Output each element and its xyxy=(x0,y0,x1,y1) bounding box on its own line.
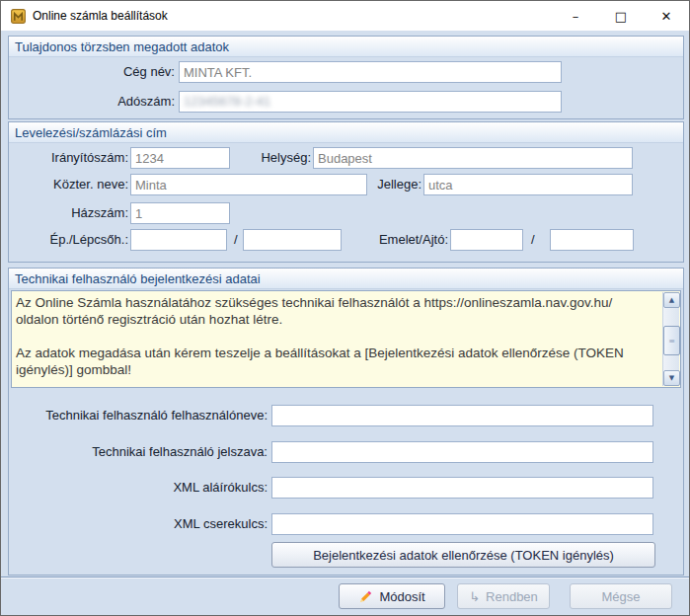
tax-number-input[interactable]: 12345678-2-41 xyxy=(179,91,562,113)
address-group: Levelezési/számlázási cím Irányítószám: … xyxy=(8,121,684,263)
city-input[interactable] xyxy=(313,147,633,169)
minimize-button[interactable]: – xyxy=(553,1,598,31)
tech-username-label: Technikai felhasználó felhasználóneve: xyxy=(19,405,268,426)
house-number-input[interactable] xyxy=(130,202,230,224)
floor-door-input-1[interactable] xyxy=(450,229,523,251)
street-type-label: Jellege: xyxy=(345,174,422,195)
building-input-1[interactable] xyxy=(130,229,227,251)
info-scrollbar[interactable]: ▲ ≡ ▼ xyxy=(662,292,679,386)
info-paragraph-1: Az Online Számla használatához szükséges… xyxy=(16,294,656,328)
ok-button-label: Rendben xyxy=(486,589,538,604)
token-check-button-label: Bejelentkezési adatok ellenőrzése (TOKEN… xyxy=(313,548,614,563)
info-text: Az Online Számla használatához szükséges… xyxy=(12,293,660,385)
tax-number-label: Adószám: xyxy=(9,91,175,113)
token-check-button[interactable]: Bejelentkezési adatok ellenőrzése (TOKEN… xyxy=(271,542,655,568)
tech-password-label: Technikai felhasználó jelszava: xyxy=(19,441,268,463)
city-label: Helység: xyxy=(236,147,311,169)
street-name-label: Közter. neve: xyxy=(9,174,128,195)
info-paragraph-2: Az adatok megadása után kérem teszelje a… xyxy=(16,345,656,378)
cancel-button[interactable]: Mégse xyxy=(570,583,672,609)
modify-button[interactable]: Módosít xyxy=(339,583,445,609)
building-slash: / xyxy=(234,229,238,251)
house-number-label: Házszám: xyxy=(9,202,128,224)
window-title: Online számla beállítások xyxy=(33,9,168,23)
return-arrow-icon: ↳ xyxy=(469,589,480,604)
building-input-2[interactable] xyxy=(243,229,342,251)
zip-label: Irányítószám: xyxy=(9,147,128,169)
maximize-button[interactable]: □ xyxy=(598,1,644,31)
company-name-label: Cég név: xyxy=(9,61,175,83)
scroll-down-icon[interactable]: ▼ xyxy=(663,370,680,386)
pencil-icon xyxy=(358,589,373,604)
window-controls: – □ ✕ xyxy=(553,1,689,31)
street-type-input[interactable] xyxy=(423,174,633,195)
floor-door-slash: / xyxy=(531,229,535,251)
cancel-button-label: Mégse xyxy=(601,589,640,604)
technical-user-group: Technikai felhasználó bejelentkezési ada… xyxy=(8,268,684,576)
owner-data-header: Tulajdonos törzsben megadott adatok xyxy=(9,37,683,57)
tech-username-input[interactable] xyxy=(271,405,653,426)
modify-button-label: Módosít xyxy=(379,589,424,604)
owner-data-group: Tulajdonos törzsben megadott adatok Cég … xyxy=(8,36,684,119)
tech-password-input[interactable] xyxy=(271,441,653,463)
tax-number-redacted-value: 12345678-2-41 xyxy=(184,94,270,109)
floor-door-label: Emelet/Ajtó: xyxy=(345,229,448,251)
ok-button[interactable]: ↳ Rendben xyxy=(457,583,550,609)
xml-sign-key-label: XML aláírókulcs: xyxy=(19,477,268,499)
floor-door-input-2[interactable] xyxy=(550,229,634,251)
address-header: Levelezési/számlázási cím xyxy=(9,122,683,143)
xml-exchange-key-label: XML cserekulcs: xyxy=(19,513,268,535)
xml-sign-key-input[interactable] xyxy=(271,477,653,499)
building-label: Ép./Lépcsőh.: xyxy=(9,229,128,251)
titlebar: Online számla beállítások – □ ✕ xyxy=(1,1,689,31)
info-box: Az Online Számla használatához szükséges… xyxy=(11,290,681,388)
online-invoice-settings-dialog: Online számla beállítások – □ ✕ Tulajdon… xyxy=(0,0,690,616)
street-name-input[interactable] xyxy=(130,174,367,195)
close-button[interactable]: ✕ xyxy=(644,1,689,31)
zip-input[interactable] xyxy=(130,147,230,169)
xml-exchange-key-input[interactable] xyxy=(271,513,653,535)
app-icon xyxy=(10,8,27,25)
technical-user-header: Technikai felhasználó bejelentkezési ada… xyxy=(9,269,683,289)
company-name-input[interactable] xyxy=(179,61,562,83)
scrollbar-thumb[interactable]: ≡ xyxy=(663,326,680,355)
scroll-up-icon[interactable]: ▲ xyxy=(663,292,680,308)
footer-separator xyxy=(1,577,689,578)
